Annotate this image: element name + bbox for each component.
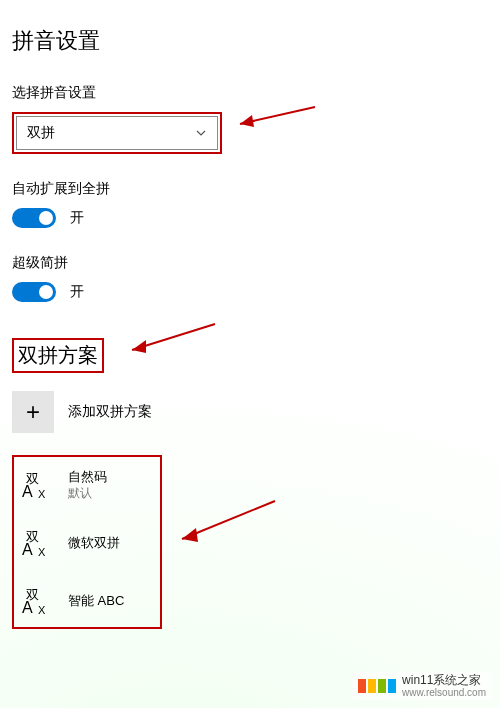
scheme-item[interactable]: 双 A X 微软双拼 bbox=[20, 525, 154, 561]
toggle-knob bbox=[39, 211, 53, 225]
svg-text:A: A bbox=[22, 541, 33, 558]
shuangpin-icon: 双 A X bbox=[20, 467, 56, 503]
watermark-logo-icon bbox=[358, 679, 396, 693]
super-jian-toggle[interactable] bbox=[12, 282, 56, 302]
watermark-title: win11系统之家 bbox=[402, 674, 486, 687]
shuangpin-icon: 双 A X bbox=[20, 583, 56, 619]
svg-text:X: X bbox=[38, 546, 46, 558]
svg-text:A: A bbox=[22, 483, 33, 500]
chevron-down-icon bbox=[195, 127, 207, 139]
annotation-arrow-icon bbox=[170, 495, 280, 555]
pinyin-select-label: 选择拼音设置 bbox=[12, 84, 488, 102]
add-scheme-button[interactable]: + bbox=[12, 391, 54, 433]
svg-text:A: A bbox=[22, 599, 33, 616]
svg-text:X: X bbox=[38, 604, 46, 616]
scheme-sub: 默认 bbox=[68, 485, 107, 502]
svg-marker-1 bbox=[240, 115, 254, 127]
auto-expand-toggle[interactable] bbox=[12, 208, 56, 228]
super-jian-state: 开 bbox=[70, 283, 84, 301]
toggle-knob bbox=[39, 285, 53, 299]
annotation-arrow-icon bbox=[230, 102, 320, 136]
annotation-box-dropdown: 双拼 bbox=[12, 112, 222, 154]
svg-marker-3 bbox=[132, 340, 146, 353]
scheme-heading: 双拼方案 bbox=[18, 342, 98, 369]
auto-expand-state: 开 bbox=[70, 209, 84, 227]
scheme-name: 自然码 bbox=[68, 469, 107, 485]
shuangpin-icon: 双 A X bbox=[20, 525, 56, 561]
annotation-box-schemes: 双 A X 自然码 默认 双 A X bbox=[12, 455, 162, 629]
annotation-arrow-icon bbox=[120, 320, 220, 360]
scheme-item[interactable]: 双 A X 智能 ABC bbox=[20, 583, 154, 619]
super-jian-label: 超级简拼 bbox=[12, 254, 488, 272]
auto-expand-label: 自动扩展到全拼 bbox=[12, 180, 488, 198]
scheme-item[interactable]: 双 A X 自然码 默认 bbox=[20, 467, 154, 503]
annotation-box-heading: 双拼方案 bbox=[12, 338, 104, 373]
scheme-name: 智能 ABC bbox=[68, 593, 124, 609]
pinyin-select-value: 双拼 bbox=[27, 124, 55, 142]
page-title: 拼音设置 bbox=[12, 26, 488, 56]
watermark-url: www.relsound.com bbox=[402, 687, 486, 698]
svg-line-13 bbox=[182, 501, 275, 539]
watermark: win11系统之家 www.relsound.com bbox=[352, 672, 492, 700]
scheme-name: 微软双拼 bbox=[68, 535, 120, 551]
svg-text:X: X bbox=[38, 488, 46, 500]
svg-line-2 bbox=[132, 324, 215, 350]
svg-marker-14 bbox=[182, 528, 198, 542]
pinyin-select-dropdown[interactable]: 双拼 bbox=[16, 116, 218, 150]
add-scheme-label: 添加双拼方案 bbox=[68, 403, 152, 421]
plus-icon: + bbox=[26, 398, 40, 426]
svg-line-0 bbox=[240, 107, 315, 124]
